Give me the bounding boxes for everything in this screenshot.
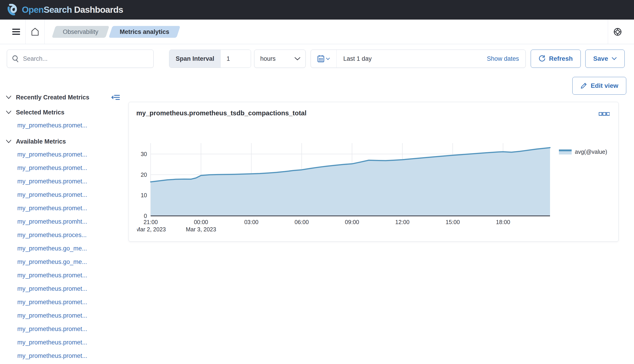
- chevron-down-icon: [6, 140, 12, 143]
- section-recently-created-metrics[interactable]: Recently Created Metrics: [6, 91, 121, 104]
- span-interval-group: Span Interval: [169, 50, 251, 68]
- metric-link[interactable]: my_prometheus.promet...: [6, 148, 121, 161]
- hamburger-icon: [12, 29, 20, 35]
- metrics-sidebar: Recently Created Metrics Selected Metric…: [6, 91, 121, 363]
- brand-title: OpenSearch Dashboards: [22, 5, 123, 15]
- breadcrumb: Observability Metrics analytics: [54, 26, 178, 38]
- chevron-down-icon: [326, 58, 330, 60]
- metric-link[interactable]: my_prometheus.go_me...: [6, 255, 121, 269]
- svg-text:Mar 3, 2023: Mar 3, 2023: [186, 226, 216, 232]
- panel-title: my_prometheus.prometheus_tsdb_compaction…: [136, 110, 306, 117]
- available-metrics-list: my_prometheus.promet...my_prometheus.pro…: [6, 148, 121, 363]
- span-interval-input[interactable]: [221, 50, 251, 68]
- save-button[interactable]: Save: [585, 50, 625, 68]
- boxes-horizontal-icon: [599, 112, 610, 116]
- section-available-metrics[interactable]: Available Metrics: [6, 135, 121, 148]
- metric-link[interactable]: my_prometheus.promet...: [6, 175, 121, 188]
- metric-link[interactable]: my_prometheus.promet...: [6, 336, 121, 349]
- legend-swatch: [559, 150, 572, 154]
- section-label: Selected Metrics: [16, 109, 64, 116]
- span-unit-select[interactable]: hours: [254, 50, 306, 68]
- svg-text:00:00: 00:00: [194, 219, 208, 225]
- section-selected-metrics[interactable]: Selected Metrics: [6, 106, 121, 119]
- search-input[interactable]: [23, 55, 148, 62]
- span-unit-value: hours: [260, 55, 276, 62]
- show-dates-link[interactable]: Show dates: [487, 55, 525, 62]
- section-label: Recently Created Metrics: [16, 94, 90, 101]
- svg-text:30: 30: [141, 151, 147, 157]
- pencil-icon: [580, 82, 587, 89]
- legend-label: avg(@value): [575, 148, 607, 155]
- home-button[interactable]: [26, 20, 44, 44]
- breadcrumb-metrics-analytics[interactable]: Metrics analytics: [110, 26, 178, 38]
- collapse-left-icon: [111, 94, 120, 100]
- calendar-icon: [318, 55, 324, 62]
- menu-hamburger-button[interactable]: [7, 20, 26, 44]
- chevron-down-icon: [612, 57, 617, 60]
- svg-text:12:00: 12:00: [395, 219, 410, 225]
- chart-legend[interactable]: avg(@value): [559, 148, 607, 155]
- metric-link[interactable]: my_prometheus.promet...: [6, 188, 121, 202]
- metric-chart-panel: my_prometheus.prometheus_tsdb_compaction…: [128, 102, 618, 242]
- svg-text:Mar 2, 2023: Mar 2, 2023: [137, 226, 166, 232]
- metric-link[interactable]: my_prometheus.promet...: [6, 349, 121, 363]
- svg-text:15:00: 15:00: [446, 219, 460, 225]
- metric-link[interactable]: my_prometheus.promet...: [6, 282, 121, 296]
- edit-view-label: Edit view: [591, 82, 618, 90]
- svg-text:21:00: 21:00: [144, 219, 158, 225]
- metric-link[interactable]: my_prometheus.go_me...: [6, 242, 121, 255]
- save-button-label: Save: [593, 55, 608, 62]
- chart-plot-area[interactable]: 010203021:00Mar 2, 202300:00Mar 3, 20230…: [137, 141, 569, 236]
- metric-link[interactable]: my_prometheus.proces...: [6, 228, 121, 242]
- help-button[interactable]: [608, 20, 627, 44]
- metric-link[interactable]: my_prometheus.promet...: [6, 296, 121, 309]
- refresh-button-label: Refresh: [549, 55, 573, 62]
- svg-text:18:00: 18:00: [496, 219, 510, 225]
- chevron-down-icon: [6, 110, 12, 114]
- navbar: Observability Metrics analytics: [0, 20, 634, 44]
- metric-link[interactable]: my_prometheus.promet...: [6, 202, 121, 215]
- metric-chart-svg: 010203021:00Mar 2, 202300:00Mar 3, 20230…: [137, 141, 569, 236]
- metric-link[interactable]: my_prometheus.promht...: [6, 215, 121, 228]
- edit-view-button[interactable]: Edit view: [572, 77, 626, 95]
- chevron-down-icon: [294, 57, 300, 60]
- svg-text:09:00: 09:00: [345, 219, 359, 225]
- time-range-value[interactable]: Last 1 day: [336, 55, 372, 62]
- toolbar: Span Interval hours Last 1 day: [0, 44, 634, 73]
- search-field: [7, 50, 154, 68]
- date-picker: Last 1 day Show dates: [311, 50, 526, 68]
- refresh-button[interactable]: Refresh: [531, 50, 581, 68]
- metric-link[interactable]: my_prometheus.promet...: [6, 119, 121, 132]
- opensearch-logo-icon: [7, 4, 19, 16]
- calendar-dropdown-button[interactable]: [311, 50, 336, 68]
- svg-text:0: 0: [144, 213, 147, 219]
- svg-text:06:00: 06:00: [294, 219, 309, 225]
- selected-metrics-list: my_prometheus.promet...: [6, 119, 121, 132]
- metric-link[interactable]: my_prometheus.promet...: [6, 161, 121, 175]
- help-icon: [614, 28, 622, 36]
- svg-text:20: 20: [141, 172, 147, 178]
- metric-link[interactable]: my_prometheus.promet...: [6, 269, 121, 282]
- home-icon: [31, 28, 39, 36]
- top-banner: OpenSearch Dashboards: [0, 0, 634, 20]
- chevron-down-icon: [6, 96, 12, 99]
- span-interval-label: Span Interval: [169, 50, 221, 68]
- breadcrumb-observability[interactable]: Observability: [54, 26, 108, 38]
- section-label: Available Metrics: [16, 138, 66, 145]
- collapse-sidebar-button[interactable]: [110, 93, 121, 102]
- search-icon: [12, 55, 19, 62]
- refresh-icon: [539, 55, 546, 62]
- metric-link[interactable]: my_prometheus.promet...: [6, 309, 121, 322]
- svg-text:03:00: 03:00: [244, 219, 258, 225]
- panel-actions-button[interactable]: [599, 112, 610, 117]
- svg-text:10: 10: [141, 192, 147, 198]
- metric-link[interactable]: my_prometheus.promet...: [6, 322, 121, 336]
